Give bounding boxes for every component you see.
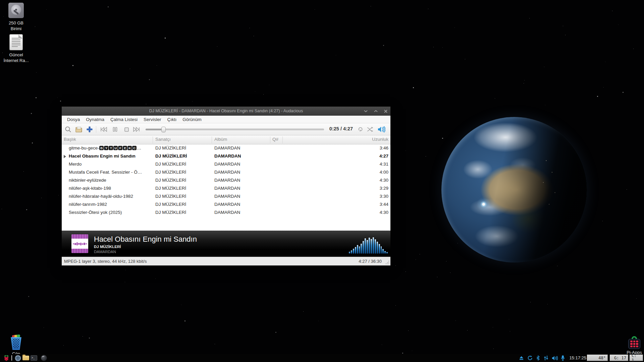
bluetooth-tray-button[interactable] <box>535 355 541 361</box>
row-length: 4:27 <box>379 154 388 159</box>
terminal-button[interactable]: >_ <box>30 354 38 362</box>
open-file-button[interactable] <box>74 125 83 133</box>
updater-tray-button[interactable] <box>527 355 533 361</box>
row-title: nikbinler-eylülzede <box>69 178 149 183</box>
next-track-button[interactable] <box>132 125 141 133</box>
column-q[interactable]: Q# <box>272 137 278 142</box>
cpu-monitor[interactable]: C: 1 <box>630 355 643 361</box>
column-album[interactable]: Albüm <box>214 137 227 142</box>
maximize-button[interactable] <box>373 109 378 114</box>
visualizer-bar <box>353 249 354 253</box>
taskbar-clock[interactable]: 15:17:25 <box>569 355 586 360</box>
network-traffic-tray-button[interactable] <box>543 355 549 361</box>
web-browser-button[interactable] <box>14 354 21 362</box>
visualizer-bar <box>384 251 386 253</box>
squared-letter-badge: C <box>132 146 137 150</box>
squared-letter-badge: Y <box>104 146 108 150</box>
microphone-icon <box>561 355 565 361</box>
row-artist: DJ MÜZİKLERİ <box>155 178 209 183</box>
menu-dosya[interactable]: Dosya <box>64 116 83 123</box>
stop-button[interactable] <box>122 125 131 133</box>
now-playing-album: DAMARDAN <box>94 250 116 254</box>
minimize-button[interactable] <box>363 109 368 114</box>
column-baslik[interactable]: Başlık <box>64 137 76 142</box>
desktop-icon-guncel-internet[interactable]: Güncel İnternet Ra... <box>0 35 32 63</box>
playlist-row[interactable]: nilüfer-tanrım-1982DJ MÜZİKLERİDAMARDAN3… <box>62 201 390 209</box>
row-title: nilüfer-aşk-kitabı-198 <box>69 186 149 191</box>
squared-letter-badge: F <box>118 146 122 150</box>
earth-wallpaper <box>441 117 587 262</box>
taskbar-separator <box>11 355 12 361</box>
visualizer-bar <box>357 245 358 253</box>
volume-button[interactable] <box>377 125 386 133</box>
microphone-tray-button[interactable] <box>559 355 566 361</box>
codec-info: MPEG-1 layer 3, stereo, 44 kHz, 128 kbit… <box>64 259 147 264</box>
seek-slider[interactable] <box>146 129 324 130</box>
spectrum-visualizer <box>349 234 388 253</box>
volume-icon <box>377 126 385 133</box>
circle-app-icon <box>41 355 47 361</box>
menu-servisler[interactable]: Servisler <box>141 116 164 123</box>
now-playing-title: Hacel Obasını Engin mi Sandın <box>94 235 197 244</box>
visualizer-bar <box>349 252 350 253</box>
menu-gorunum[interactable]: Görünüm <box>180 116 204 123</box>
playlist-row[interactable]: nikbinler-eylülzedeDJ MÜZİKLERİDAMARDAN4… <box>62 177 390 185</box>
add-files-button[interactable] <box>85 125 94 133</box>
search-button[interactable] <box>64 125 72 133</box>
toolbar-separator <box>96 126 96 133</box>
desktop: 250 GB Birimi Güncel İnternet Ra... Çöp <box>0 0 644 362</box>
row-album: DAMARDAN <box>214 145 268 150</box>
file-manager-button[interactable] <box>22 354 30 362</box>
earth-citylights <box>441 117 587 262</box>
visualizer-bar <box>373 237 374 253</box>
pause-button[interactable] <box>111 125 119 133</box>
playlist-time: 4:27 / 36:30 <box>359 259 382 264</box>
playlist-row[interactable]: Hacel Obasını Engin mi SandınDJ MÜZİKLER… <box>62 153 390 161</box>
add-plus-icon <box>86 126 93 133</box>
row-title: Merdo <box>69 162 149 167</box>
close-button[interactable] <box>383 109 388 114</box>
playlist-row[interactable]: nilüfer-hâtıralar-hayâl-oldu-1982DJ MÜZİ… <box>62 193 390 201</box>
desktop-icon-250gb-volume[interactable]: 250 GB Birimi <box>0 3 32 32</box>
menu-raspberry-button[interactable] <box>3 354 10 362</box>
playlist-row[interactable]: gitme-bu-gece-BYTUFEKC…DJ MÜZİKLERİDAMAR… <box>62 144 390 153</box>
row-artist: DJ MÜZİKLERİ <box>155 194 209 199</box>
playlist-row[interactable]: MerdoDJ MÜZİKLERİDAMARDAN4:31 <box>62 161 390 169</box>
desktop-icon-trash[interactable]: Çöp <box>0 336 32 357</box>
row-album: DAMARDAN <box>214 154 268 159</box>
desktop-icon-label: Güncel İnternet Ra... <box>0 52 32 63</box>
volume-tray-button[interactable] <box>551 355 558 361</box>
column-sanatci[interactable]: Sanatçı <box>155 137 171 142</box>
visualizer-bar <box>371 239 372 253</box>
visualizer-bar <box>377 242 378 253</box>
app-launcher-button[interactable] <box>40 354 48 362</box>
menu-cikti[interactable]: Çıktı <box>165 116 179 123</box>
shuffle-button[interactable] <box>366 125 374 133</box>
eject-tray-button[interactable] <box>518 355 525 361</box>
cpu-temp-monitor[interactable]: 48° <box>587 355 608 361</box>
gpu-monitor[interactable]: G: 17 <box>610 355 628 361</box>
squared-letter-badge: B <box>99 146 104 150</box>
menu-oynatma[interactable]: Oynatma <box>83 116 107 123</box>
desktop-icon-pi-apps[interactable]: Pi-Apps <box>618 336 644 355</box>
album-art-audio-file-icon <box>71 234 88 253</box>
resize-grip[interactable] <box>385 260 389 264</box>
repeat-button[interactable] <box>357 125 366 133</box>
menu-calma-listesi[interactable]: Çalma Listesi <box>108 116 140 123</box>
playlist-header: Başlık Sanatçı Albüm Q# Uzunluk <box>62 135 390 144</box>
visualizer-bar <box>359 246 360 253</box>
bluetooth-icon <box>536 355 540 361</box>
squared-letter-badge: T <box>109 146 113 150</box>
playlist-row[interactable]: nilüfer-aşk-kitabı-198DJ MÜZİKLERİDAMARD… <box>62 185 390 193</box>
column-uzunluk[interactable]: Uzunluk <box>372 137 388 142</box>
row-length: 4:00 <box>380 170 388 175</box>
playlist-row[interactable]: Mustafa Ceceli Feat. Sessizler - Ö…DJ MÜ… <box>62 169 390 177</box>
row-album: DAMARDAN <box>214 202 268 207</box>
row-length: 3:44 <box>380 202 388 207</box>
window-titlebar[interactable]: DJ MÜZİKLERİ - DAMARDAN - Hacel Obasını … <box>62 107 390 116</box>
playlist-row[interactable]: Sessizler-Ötesi yok (2025)DJ MÜZİKLERİDA… <box>62 209 390 217</box>
playing-marker-icon <box>64 155 66 158</box>
seek-handle[interactable] <box>161 127 166 132</box>
visualizer-bar <box>381 246 382 253</box>
previous-track-button[interactable] <box>99 125 108 133</box>
